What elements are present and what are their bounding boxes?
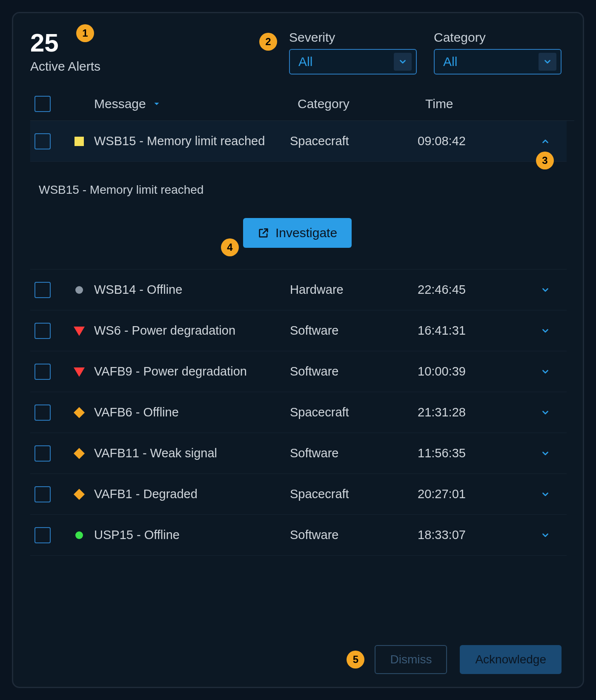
row-category: Software [290,446,418,460]
detail-message: WSB15 - Memory limit reached [39,183,558,197]
table-row[interactable]: USP15 - Offline Software 18:33:07 [30,515,567,556]
row-checkbox[interactable] [34,323,51,339]
category-value: All [443,55,457,69]
row-checkbox[interactable] [34,364,51,380]
investigate-button[interactable]: Investigate [243,218,352,248]
row-time: 10:00:39 [418,364,528,379]
svg-point-7 [75,531,83,539]
expand-toggle[interactable] [528,449,562,458]
table-header: Message Category Time [30,87,574,120]
severity-icon [64,137,94,146]
expand-toggle[interactable] [528,367,562,376]
panel-header: 25 Active Alerts 1 2 Severity All Catego… [30,30,574,87]
expand-toggle[interactable] [528,285,562,295]
callout-badge: 1 [76,24,94,42]
acknowledge-button[interactable]: Acknowledge [460,645,562,674]
column-category[interactable]: Category [298,97,425,111]
row-time: 22:46:45 [418,283,528,297]
investigate-label: Investigate [275,226,337,240]
category-label: Category [434,30,562,45]
severity-icon [64,286,94,294]
table-row[interactable]: VAFB1 - Degraded Spacecraft 20:27:01 [30,474,567,515]
severity-filter: Severity All [289,30,417,75]
row-category: Software [290,324,418,338]
callout-badge: 2 [259,33,277,51]
chevron-down-icon [394,53,412,71]
filters: 2 Severity All Category All [289,30,562,75]
dismiss-button[interactable]: Dismiss [375,645,447,674]
category-filter: Category All [434,30,562,75]
severity-label: Severity [289,30,417,45]
svg-marker-5 [74,448,85,459]
expand-toggle[interactable] [528,137,562,146]
external-link-icon [258,227,269,239]
row-category: Software [290,364,418,379]
row-checkbox[interactable] [34,282,51,298]
select-all-checkbox[interactable] [34,96,51,112]
severity-icon [64,531,94,539]
row-category: Software [290,528,418,542]
row-checkbox[interactable] [34,486,51,502]
expand-toggle[interactable] [528,408,562,417]
callout-badge: 3 [536,152,554,169]
callout-badge: 4 [221,238,239,256]
row-message: USP15 - Offline [94,528,290,542]
column-time[interactable]: Time [425,97,536,111]
svg-rect-0 [74,137,84,146]
row-message: WSB14 - Offline [94,283,290,297]
row-time: 09:08:42 [418,134,528,148]
severity-icon [64,367,94,377]
svg-marker-2 [74,327,85,336]
table-row[interactable]: WSB14 - Offline Hardware 22:46:45 [30,270,567,310]
row-detail-panel: 3 WSB15 - Memory limit reached Investiga… [30,162,567,270]
severity-icon [64,448,94,459]
svg-marker-3 [74,367,85,377]
row-category: Spacecraft [290,134,418,148]
row-category: Spacecraft [290,405,418,419]
active-alerts-count: 25 Active Alerts 1 [30,30,100,74]
row-checkbox[interactable] [34,445,51,462]
category-select[interactable]: All [434,49,562,75]
alerts-panel: 25 Active Alerts 1 2 Severity All Catego… [12,12,584,688]
row-time: 11:56:35 [418,446,528,460]
row-checkbox[interactable] [34,527,51,543]
table-body-wrap: WSB15 - Memory limit reached Spacecraft … [30,120,574,635]
expand-toggle[interactable] [528,531,562,540]
panel-footer: 5 Dismiss Acknowledge [30,635,574,674]
row-time: 20:27:01 [418,487,528,501]
severity-value: All [298,55,312,69]
svg-marker-6 [74,489,85,500]
expand-toggle[interactable] [528,490,562,499]
row-time: 18:33:07 [418,528,528,542]
expand-toggle[interactable] [528,326,562,336]
column-message[interactable]: Message [94,97,298,111]
row-message: VAFB9 - Power degradation [94,364,290,379]
severity-select[interactable]: All [289,49,417,75]
row-message: WS6 - Power degradation [94,324,290,338]
chevron-down-icon [539,53,556,71]
table-row[interactable]: VAFB9 - Power degradation Software 10:00… [30,351,567,392]
row-category: Hardware [290,283,418,297]
table-row[interactable]: VAFB6 - Offline Spacecraft 21:31:28 [30,392,567,433]
row-category: Spacecraft [290,487,418,501]
severity-icon [64,489,94,500]
severity-icon [64,407,94,418]
svg-point-1 [75,286,83,294]
alerts-count-label: Active Alerts [30,59,100,74]
sort-desc-icon [152,99,161,109]
callout-badge: 5 [347,651,364,668]
table-row[interactable]: WSB15 - Memory limit reached Spacecraft … [30,121,567,162]
row-checkbox[interactable] [34,405,51,421]
row-message: WSB15 - Memory limit reached [94,134,290,148]
table-row[interactable]: VAFB11 - Weak signal Software 11:56:35 [30,433,567,474]
row-message: VAFB6 - Offline [94,405,290,419]
row-message: VAFB11 - Weak signal [94,446,290,460]
row-time: 21:31:28 [418,405,528,419]
table-body[interactable]: WSB15 - Memory limit reached Spacecraft … [30,121,574,635]
svg-marker-4 [74,407,85,418]
severity-icon [64,326,94,336]
row-message: VAFB1 - Degraded [94,487,290,501]
row-checkbox[interactable] [34,133,51,149]
row-time: 16:41:31 [418,324,528,338]
table-row[interactable]: WS6 - Power degradation Software 16:41:3… [30,310,567,351]
